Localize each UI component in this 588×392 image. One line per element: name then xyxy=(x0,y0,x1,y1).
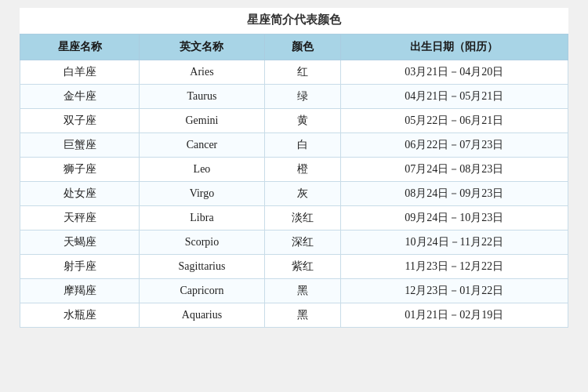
header-english: 英文名称 xyxy=(140,34,265,60)
cell-english: Sagittarius xyxy=(140,255,265,279)
cell-color: 白 xyxy=(264,133,340,158)
cell-chinese: 水瓶座 xyxy=(20,303,140,328)
cell-color: 黄 xyxy=(264,109,340,133)
table-row: 天蝎座Scorpio深红10月24日－11月22日 xyxy=(20,230,568,255)
cell-english: Scorpio xyxy=(140,230,265,255)
cell-chinese: 处女座 xyxy=(20,182,140,206)
table-row: 双子座Gemini黄05月22日－06月21日 xyxy=(20,109,568,133)
cell-chinese: 巨蟹座 xyxy=(20,133,140,158)
cell-color: 黑 xyxy=(264,303,340,328)
cell-english: Gemini xyxy=(140,109,265,133)
table-row: 金牛座Taurus绿04月21日－05月21日 xyxy=(20,85,568,109)
cell-chinese: 白羊座 xyxy=(20,60,140,85)
cell-color: 红 xyxy=(264,60,340,85)
cell-color: 灰 xyxy=(264,182,340,206)
cell-chinese: 天秤座 xyxy=(20,206,140,230)
cell-color: 黑 xyxy=(264,279,340,303)
table-row: 摩羯座Capricorn黑12月23日－01月22日 xyxy=(20,279,568,303)
cell-english: Virgo xyxy=(140,182,265,206)
cell-date: 03月21日－04月20日 xyxy=(340,60,568,85)
table-row: 天秤座Libra淡红09月24日－10月23日 xyxy=(20,206,568,230)
cell-chinese: 天蝎座 xyxy=(20,230,140,255)
header-color: 颜色 xyxy=(264,34,340,60)
cell-chinese: 摩羯座 xyxy=(20,279,140,303)
cell-date: 07月24日－08月23日 xyxy=(340,158,568,182)
cell-date: 06月22日－07月23日 xyxy=(340,133,568,158)
cell-english: Aries xyxy=(140,60,265,85)
cell-color: 深红 xyxy=(264,230,340,255)
cell-english: Taurus xyxy=(140,85,265,109)
table-row: 水瓶座Aquarius黑01月21日－02月19日 xyxy=(20,303,568,328)
cell-english: Libra xyxy=(140,206,265,230)
cell-chinese: 双子座 xyxy=(20,109,140,133)
cell-english: Leo xyxy=(140,158,265,182)
cell-date: 04月21日－05月21日 xyxy=(340,85,568,109)
cell-english: Capricorn xyxy=(140,279,265,303)
page-title: 星座简介代表颜色 xyxy=(20,8,568,34)
header-chinese: 星座名称 xyxy=(20,34,140,60)
table-row: 狮子座Leo橙07月24日－08月23日 xyxy=(20,158,568,182)
cell-date: 11月23日－12月22日 xyxy=(340,255,568,279)
cell-english: Cancer xyxy=(140,133,265,158)
cell-chinese: 金牛座 xyxy=(20,85,140,109)
cell-date: 09月24日－10月23日 xyxy=(340,206,568,230)
cell-date: 05月22日－06月21日 xyxy=(340,109,568,133)
zodiac-table: 星座名称 英文名称 颜色 出生日期（阳历） 白羊座Aries红03月21日－04… xyxy=(20,34,568,328)
cell-date: 01月21日－02月19日 xyxy=(340,303,568,328)
cell-color: 紫红 xyxy=(264,255,340,279)
table-header-row: 星座名称 英文名称 颜色 出生日期（阳历） xyxy=(20,34,568,60)
cell-chinese: 射手座 xyxy=(20,255,140,279)
cell-color: 橙 xyxy=(264,158,340,182)
cell-color: 淡红 xyxy=(264,206,340,230)
cell-date: 08月24日－09月23日 xyxy=(340,182,568,206)
cell-chinese: 狮子座 xyxy=(20,158,140,182)
table-row: 处女座Virgo灰08月24日－09月23日 xyxy=(20,182,568,206)
cell-english: Aquarius xyxy=(140,303,265,328)
table-row: 射手座Sagittarius紫红11月23日－12月22日 xyxy=(20,255,568,279)
header-date: 出生日期（阳历） xyxy=(340,34,568,60)
table-row: 白羊座Aries红03月21日－04月20日 xyxy=(20,60,568,85)
cell-date: 12月23日－01月22日 xyxy=(340,279,568,303)
cell-date: 10月24日－11月22日 xyxy=(340,230,568,255)
cell-color: 绿 xyxy=(264,85,340,109)
main-container: 星座简介代表颜色 星座名称 英文名称 颜色 出生日期（阳历） 白羊座Aries红… xyxy=(20,8,568,328)
table-row: 巨蟹座Cancer白06月22日－07月23日 xyxy=(20,133,568,158)
